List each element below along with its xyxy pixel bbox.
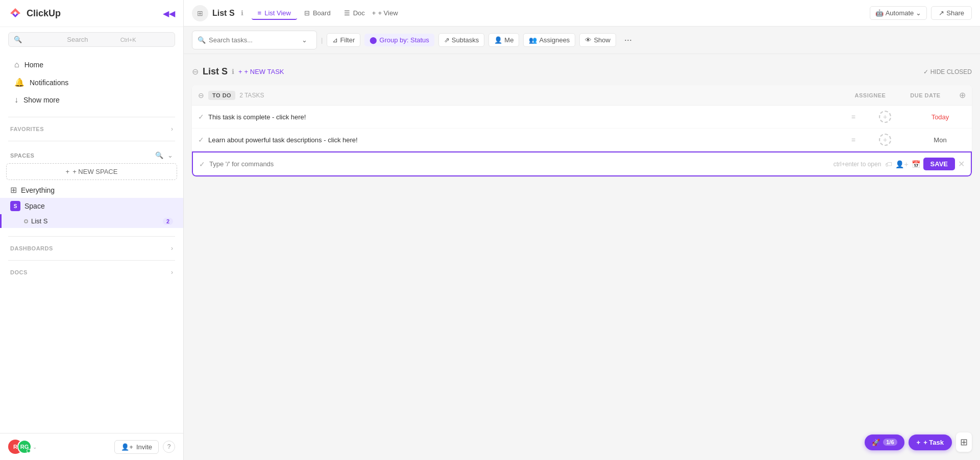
- board-label: Board: [313, 9, 331, 17]
- spaces-label: SPACES: [10, 152, 34, 159]
- sidebar-collapse-button[interactable]: ◀◀: [163, 9, 175, 18]
- task-2-menu-icon[interactable]: ≡: [851, 136, 855, 144]
- table-row[interactable]: ✓ Learn about powerful task descriptions…: [192, 129, 972, 151]
- task-1-menu-icon[interactable]: ≡: [851, 113, 855, 121]
- task-search-bar[interactable]: 🔍 ⌄: [192, 31, 317, 49]
- tab-board[interactable]: ⊟ Board: [298, 6, 337, 20]
- favorites-section[interactable]: FAVORITES ›: [0, 121, 183, 137]
- new-space-button[interactable]: + + NEW SPACE: [6, 163, 177, 180]
- list-collapse-button[interactable]: ⊖: [192, 67, 199, 76]
- docs-section[interactable]: DOCS ›: [0, 265, 183, 280]
- favorites-label: FAVORITES: [10, 126, 44, 132]
- more-options-button[interactable]: ···: [620, 33, 636, 47]
- share-icon: ↗: [939, 9, 944, 17]
- task-2-check-icon[interactable]: ✓: [198, 136, 204, 144]
- docs-label: DOCS: [10, 269, 28, 275]
- user-avatars[interactable]: R RG ⌄: [8, 440, 37, 454]
- search-dropdown-icon[interactable]: ⌄: [298, 34, 311, 46]
- me-label: Me: [504, 36, 513, 44]
- task-count-label: 2 TASKS: [239, 92, 264, 99]
- tab-doc[interactable]: ☰ Doc: [338, 6, 371, 20]
- help-button[interactable]: ?: [163, 441, 175, 453]
- invite-icon: 👤+: [121, 443, 133, 451]
- spaces-search-icon[interactable]: 🔍: [155, 151, 163, 159]
- filter-button[interactable]: ⊿ Filter: [327, 33, 360, 47]
- automate-button[interactable]: 🤖 Automate ⌄: [870, 6, 927, 20]
- list-header-info-icon[interactable]: ℹ: [232, 68, 234, 75]
- task-search-input[interactable]: [209, 36, 295, 44]
- spaces-expand-icon[interactable]: ⌄: [167, 151, 173, 159]
- grid-layout-button[interactable]: ⊞: [956, 432, 972, 452]
- rocket-icon: 🚀: [872, 439, 880, 446]
- new-task-input-row: ✓ ctrl+enter to open 🏷 👤+ 📅 SAVE ✕: [192, 151, 972, 176]
- calendar-icon[interactable]: 📅: [912, 160, 920, 168]
- hide-closed-button[interactable]: ✓ HIDE CLOSED: [923, 68, 972, 75]
- avatar-chevron-icon[interactable]: ⌄: [33, 444, 37, 450]
- task-2-assignee: +: [860, 134, 911, 146]
- share-label: Share: [946, 9, 964, 17]
- assignees-button[interactable]: 👥 Assignees: [523, 33, 575, 47]
- sidebar-item-everything[interactable]: ⊞ Everything: [0, 182, 183, 198]
- avatar-rg: RG: [17, 440, 32, 454]
- task-1-due-date: Today: [915, 113, 966, 121]
- add-task-button[interactable]: + + Task: [909, 435, 952, 450]
- table-row[interactable]: ✓ This task is complete - click here! ≡ …: [192, 106, 972, 129]
- rocket-progress: 1/6: [883, 439, 897, 446]
- spaces-header: SPACES 🔍 ⌄: [0, 149, 183, 161]
- doc-icon: ☰: [344, 9, 350, 17]
- dashboards-label: DASHBOARDS: [10, 245, 53, 251]
- favorites-chevron-icon: ›: [171, 125, 173, 133]
- search-label: Search: [67, 36, 116, 43]
- add-column-icon[interactable]: ⊕: [959, 90, 966, 100]
- show-icon: 👁: [585, 36, 592, 44]
- space-avatar: S: [10, 201, 20, 211]
- sidebar-item-space[interactable]: S Space: [0, 198, 183, 214]
- sidebar-divider-2: [8, 141, 175, 141]
- add-assignee-button-2[interactable]: +: [879, 134, 891, 146]
- tag-icon[interactable]: 🏷: [885, 160, 892, 168]
- add-view-button[interactable]: + + View: [372, 9, 398, 17]
- sidebar-search-area: 🔍 Search Ctrl+K: [0, 27, 183, 52]
- add-assignee-button[interactable]: +: [879, 111, 891, 123]
- rocket-button[interactable]: 🚀 1/6: [865, 435, 904, 450]
- sidebar-item-home-label: Home: [24, 61, 43, 69]
- clickup-logo-icon: [8, 6, 22, 20]
- search-icon: 🔍: [14, 36, 63, 43]
- invite-button[interactable]: 👤+ Invite: [114, 440, 159, 454]
- save-button[interactable]: SAVE: [923, 158, 955, 170]
- new-space-icon: +: [66, 168, 70, 175]
- sidebar-item-notifications[interactable]: 🔔 Notifications: [4, 73, 179, 91]
- info-icon[interactable]: ℹ: [241, 9, 243, 17]
- subtasks-button[interactable]: ⇗ Subtasks: [438, 33, 484, 47]
- sidebar-nav: ⌂ Home 🔔 Notifications ↓ Show more: [0, 52, 183, 113]
- hide-closed-label: HIDE CLOSED: [930, 68, 972, 75]
- board-icon: ⊟: [304, 9, 310, 17]
- group-collapse-icon[interactable]: ⊖: [198, 91, 204, 99]
- dashboards-section[interactable]: DASHBOARDS ›: [0, 241, 183, 256]
- everything-label: Everything: [21, 186, 55, 194]
- group-by-label: Group by: Status: [379, 36, 429, 44]
- notifications-icon: 🔔: [14, 78, 24, 87]
- new-task-input[interactable]: [209, 160, 829, 168]
- filter-toolbar: 🔍 ⌄ | ⊿ Filter ⬤ Group by: Status ⇗ Subt…: [184, 27, 980, 54]
- list-new-task-button[interactable]: + + NEW TASK: [238, 68, 284, 75]
- app-name: ClickUp: [27, 8, 61, 19]
- sidebar-search-bar[interactable]: 🔍 Search Ctrl+K: [8, 32, 175, 47]
- me-button[interactable]: 👤 Me: [488, 33, 519, 47]
- sidebar: ClickUp ◀◀ 🔍 Search Ctrl+K ⌂ Home 🔔 Noti…: [0, 0, 184, 460]
- automate-chevron: ⌄: [916, 9, 921, 17]
- assign-icon[interactable]: 👤+: [895, 160, 908, 168]
- close-icon[interactable]: ✕: [958, 159, 965, 169]
- show-button[interactable]: 👁 Show: [579, 33, 616, 47]
- sidebar-divider-4: [8, 260, 175, 261]
- share-button[interactable]: ↗ Share: [931, 6, 972, 20]
- sidebar-item-home[interactable]: ⌂ Home: [4, 56, 179, 73]
- sidebar-item-list-s[interactable]: List S 2: [0, 214, 183, 228]
- sidebar-item-show-more[interactable]: ↓ Show more: [4, 91, 179, 109]
- view-tabs: ≡ List View ⊟ Board ☰ Doc + + View: [252, 6, 398, 20]
- task-1-check-icon[interactable]: ✓: [198, 113, 204, 121]
- main-content: ⊞ List S ℹ ≡ List View ⊟ Board ☰ Doc + +…: [184, 0, 980, 460]
- tab-list-view[interactable]: ≡ List View: [252, 6, 297, 20]
- group-by-button[interactable]: ⬤ Group by: Status: [364, 34, 434, 46]
- list-header-title: List S: [203, 66, 228, 77]
